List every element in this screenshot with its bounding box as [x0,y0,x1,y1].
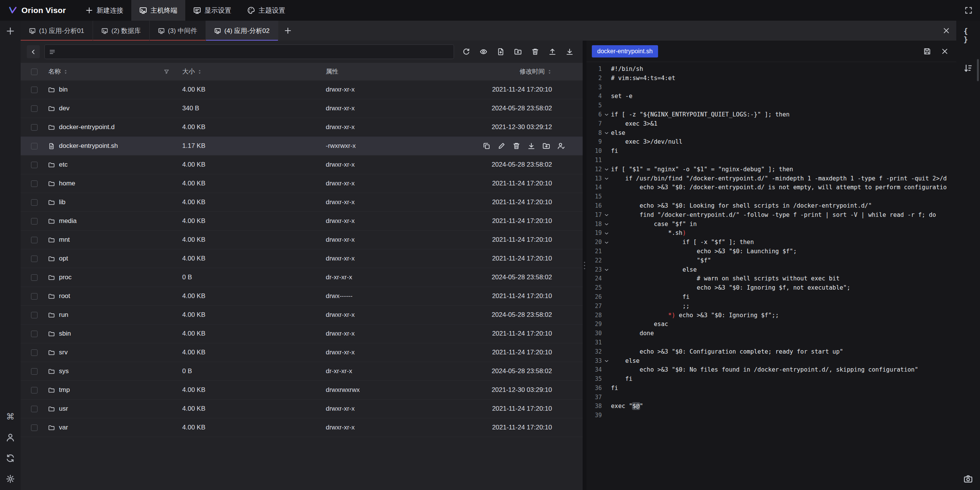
table-row[interactable]: lib4.00 KBdrwxr-xr-x2021-11-24 17:20:10 [21,193,583,212]
row-checkbox[interactable] [31,293,38,300]
split-gutter[interactable] [583,41,586,490]
tab-label: (2) 数据库 [111,26,141,35]
table-row[interactable]: home4.00 KBdrwxr-xr-x2021-11-24 17:20:10 [21,174,583,193]
tab[interactable]: (1) 应用-分析01 [21,21,93,41]
fold-chevron-icon[interactable] [602,110,611,120]
row-checkbox[interactable] [31,124,38,131]
table-row[interactable]: opt4.00 KBdrwxr-xr-x2021-11-24 17:20:10 [21,249,583,268]
table-row[interactable]: usr4.00 KBdrwxr-xr-x2021-11-24 17:20:10 [21,400,583,418]
path-input[interactable] [44,44,454,59]
file-table-body: bin4.00 KBdrwxr-xr-x2021-11-24 17:20:10d… [21,80,583,490]
new-folder-button[interactable] [514,48,522,56]
row-checkbox[interactable] [31,368,38,375]
table-row[interactable]: bin4.00 KBdrwxr-xr-x2021-11-24 17:20:10 [21,80,583,99]
row-checkbox[interactable] [31,256,38,262]
fold-chevron-icon[interactable] [602,265,611,275]
table-row[interactable]: sbin4.00 KBdrwxr-xr-x2021-11-24 17:20:10 [21,324,583,343]
fold-chevron-icon[interactable] [602,129,611,138]
tab-bar-close-button[interactable] [942,27,950,34]
fold-chevron-icon[interactable] [602,220,611,229]
user-button[interactable] [6,433,15,442]
menu-item[interactable]: 主题设置 [239,0,293,21]
fullscreen-icon[interactable] [965,7,972,14]
download-button[interactable] [566,48,573,56]
menu-item[interactable]: 新建连接 [77,0,131,21]
tab[interactable]: (4) 应用-分析02 [206,21,278,41]
delete-button[interactable] [531,48,539,56]
tab[interactable]: (2) 数据库 [93,21,150,41]
row-checkbox[interactable] [31,274,38,281]
row-permission-button[interactable] [557,142,565,150]
refresh-button[interactable] [462,48,470,56]
code-area[interactable]: 1#!/bin/sh2# vim:sw=4:ts=4:et34set -e56i… [586,62,956,490]
table-row[interactable]: etc4.00 KBdrwxr-xr-x2024-05-28 23:58:02 [21,156,583,174]
new-connection-button[interactable] [6,26,15,36]
back-button[interactable] [27,45,40,58]
fold-chevron-icon[interactable] [602,211,611,220]
table-row[interactable]: docker-entrypoint.d4.00 KBdrwxr-xr-x2021… [21,118,583,137]
editor-file-tab[interactable]: docker-entrypoint.sh [592,45,658,57]
row-download-button[interactable] [528,142,535,150]
menu-item[interactable]: 显示设置 [185,0,239,21]
row-delete-button[interactable] [513,142,520,150]
table-row[interactable]: sys0 Bdr-xr-xr-x2024-05-28 23:58:02 [21,362,583,381]
table-row[interactable]: var4.00 KBdrwxr-xr-x2021-11-24 17:20:10 [21,418,583,437]
row-checkbox[interactable] [31,312,38,318]
row-checkbox[interactable] [31,424,38,431]
line-sort-button[interactable] [964,64,973,73]
select-all-checkbox[interactable] [31,69,38,75]
table-row[interactable]: root4.00 KBdrwx------2021-11-24 17:20:10 [21,287,583,306]
row-checkbox[interactable] [31,180,38,187]
table-row[interactable]: mnt4.00 KBdrwxr-xr-x2021-11-24 17:20:10 [21,231,583,249]
shortcuts-button[interactable]: ⌘ [6,412,15,421]
row-edit-button[interactable] [498,142,505,150]
close-icon [941,48,949,55]
table-row[interactable]: media4.00 KBdrwxr-xr-x2021-11-24 17:20:1… [21,212,583,231]
row-checkbox[interactable] [31,387,38,393]
drag-handle-icon [584,262,585,269]
screenshot-button[interactable] [964,474,973,483]
fold-gutter [602,256,611,265]
table-row[interactable]: run4.00 KBdrwxr-xr-x2024-05-28 23:58:02 [21,306,583,324]
table-row[interactable]: proc0 Bdr-xr-xr-x2024-05-28 23:58:02 [21,268,583,287]
row-move-button[interactable] [542,142,550,150]
sort-carets-icon[interactable] [547,69,552,74]
settings-button[interactable] [6,474,15,483]
row-checkbox[interactable] [31,237,38,243]
toggle-hidden-button[interactable] [480,48,487,56]
table-row[interactable]: docker-entrypoint.sh1.17 KB-rwxrwxr-x [21,137,583,156]
filter-icon[interactable] [164,69,169,74]
tab[interactable]: (3) 中间件 [150,21,206,41]
table-row[interactable]: tmp4.00 KBdrwxrwxrwx2021-12-30 03:29:10 [21,381,583,400]
sort-carets-icon[interactable] [63,69,68,74]
code-line: 21 echo >&3 "$0: Launching $f"; [586,247,956,256]
sort-carets-icon[interactable] [197,69,202,74]
row-copy-button[interactable] [483,142,490,150]
add-tab-button[interactable] [278,21,297,41]
row-checkbox[interactable] [31,406,38,412]
sync-button[interactable] [6,454,15,463]
fold-chevron-icon[interactable] [602,174,611,184]
fold-chevron-icon[interactable] [602,357,611,366]
menu-item[interactable]: 主机终端 [131,0,185,21]
row-checkbox[interactable] [31,331,38,337]
row-checkbox[interactable] [31,105,38,112]
scrollbar-thumb[interactable] [977,59,979,81]
cell-size: 4.00 KB [182,330,326,338]
upload-button[interactable] [549,48,556,56]
row-checkbox[interactable] [31,349,38,356]
fold-chevron-icon[interactable] [602,165,611,174]
row-checkbox[interactable] [31,199,38,206]
editor-close-button[interactable] [941,48,949,55]
table-row[interactable]: dev340 Bdrwxr-xr-x2024-05-28 23:58:02 [21,99,583,118]
row-checkbox[interactable] [31,87,38,93]
row-checkbox[interactable] [31,162,38,168]
row-checkbox[interactable] [31,218,38,225]
fold-chevron-icon[interactable] [602,238,611,247]
fold-chevron-icon[interactable] [602,229,611,238]
table-row[interactable]: srv4.00 KBdrwxr-xr-x2021-11-24 17:20:10 [21,343,583,362]
row-checkbox[interactable] [31,143,38,149]
editor-settings-button[interactable]: { } [964,31,973,40]
new-file-button[interactable] [497,48,505,56]
editor-save-button[interactable] [923,48,931,55]
